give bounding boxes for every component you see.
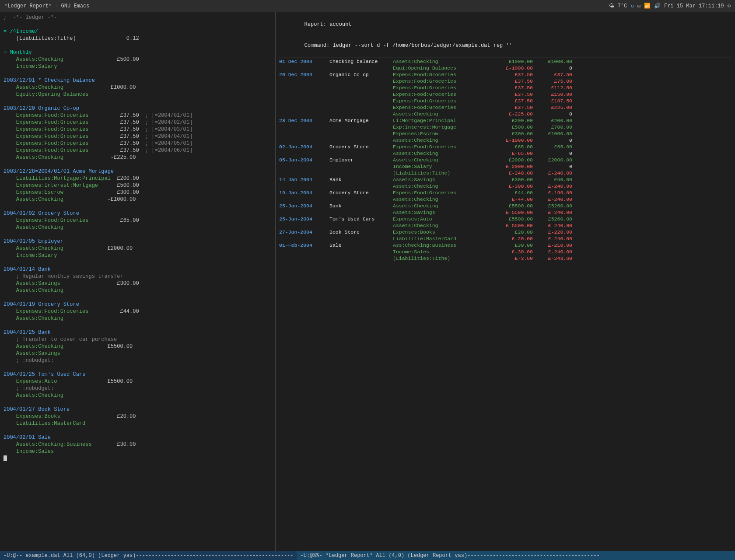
editor-line: Assets:Checking:Business £30.00 <box>4 441 272 448</box>
editor-line: Assets:Checking £5500.00 <box>4 343 272 350</box>
editor-line: 2004/01/25 Bank <box>4 329 272 336</box>
table-row: Assets:Checking £-44.00 £-240.00 <box>279 196 732 203</box>
editor-line: (Liabilities:Tithe) 0.12 <box>4 35 272 42</box>
editor-line <box>4 322 272 329</box>
editor-line: Income:Sales <box>4 448 272 455</box>
editor-line: Expenses:Food:Groceries £65.00 <box>4 217 272 224</box>
titlebar-right: 🌤 7°C ↻ ✉ 📶 🔊 Fri 15 Mar 17:11:19 ⚙ <box>609 3 731 9</box>
editor-line <box>4 455 272 462</box>
table-row: Expens:Food:Groceries £37.50 £75.00 <box>279 78 732 84</box>
report-content: Report: account Command: ledger --sort d… <box>276 12 735 551</box>
titlebar: *Ledger Report* - GNU Emacs 🌤 7°C ↻ ✉ 📶 … <box>0 0 735 12</box>
table-row: 25-Jan-2004 Bank Assets:Checking £5500.0… <box>279 203 732 209</box>
editor-line: Expenses:Food:Groceries £37.50 ; [=2004/… <box>4 119 272 126</box>
editor-line: 2003/12/01 * Checking balance <box>4 77 272 84</box>
editor-pane[interactable]: ; -*- ledger -*- = /^Income/ (Liabilitie… <box>0 12 276 551</box>
editor-line: Expenses:Books £20.00 <box>4 413 272 420</box>
editor-line: Expenses:Food:Groceries £37.50 ; [=2004/… <box>4 133 272 140</box>
editor-content[interactable]: ; -*- ledger -*- = /^Income/ (Liabilitie… <box>0 12 275 551</box>
editor-line: Expenses:Food:Groceries £44.00 <box>4 308 272 315</box>
table-row: Expens:Food:Groceries £37.50 £112.50 <box>279 84 732 91</box>
editor-line: Assets:Checking <box>4 392 272 399</box>
main-area: ; -*- ledger -*- = /^Income/ (Liabilitie… <box>0 12 735 551</box>
editor-line <box>4 259 272 266</box>
editor-line <box>4 21 272 28</box>
editor-line: Liabilities:MasterCard <box>4 420 272 427</box>
report-header-command: Command: ledger --sort d -f /home/borbus… <box>279 35 732 56</box>
table-row: Income:Salary £-2000.00 0 <box>279 163 732 170</box>
editor-line: Equity:Opening Balances <box>4 91 272 98</box>
table-row: 02-Jan-2004 Grocery Store Expens:Food:Gr… <box>279 144 732 150</box>
editor-line: Assets:Checking <box>4 224 272 231</box>
editor-line: Assets:Savings £300.00 <box>4 280 272 287</box>
volume-icon[interactable]: 🔊 <box>654 3 661 9</box>
report-pane: Report: account Command: ledger --sort d… <box>276 12 735 551</box>
editor-line: Assets:Checking -£225.00 <box>4 154 272 161</box>
editor-line: 2004/01/05 Employer <box>4 238 272 245</box>
editor-line: Assets:Checking <box>4 315 272 322</box>
report-divider <box>279 57 732 57</box>
editor-line: Liabilities:Mortgage:Principal £200.00 <box>4 175 272 182</box>
editor-line: Assets:Checking <box>4 287 272 294</box>
editor-line: 2004/02/01 Sale <box>4 434 272 441</box>
table-row: Expens:Food:Groceries £37.50 £187.50 <box>279 98 732 104</box>
editor-line: 2003/12/28=2004/01/01 Acme Mortgage <box>4 168 272 175</box>
editor-line: = /^Income/ <box>4 28 272 35</box>
editor-line <box>4 427 272 434</box>
editor-line: Expenses:Food:Groceries £37.50 ; [=2004/… <box>4 112 272 119</box>
datetime: Fri 15 Mar 17:11:19 <box>664 3 724 9</box>
editor-line: Expenses:Food:Groceries £37.50 ; [=2004/… <box>4 147 272 154</box>
editor-line: Assets:Savings <box>4 350 272 357</box>
refresh-icon[interactable]: ↻ <box>630 3 634 9</box>
settings-icon[interactable]: ⚙ <box>728 3 731 9</box>
table-row: Assets:Checking £-5500.00 £-240.00 <box>279 222 732 229</box>
editor-line <box>4 98 272 105</box>
report-table: 01-Dec-2003 Checking balance Assets:Chec… <box>279 58 732 262</box>
report-header-title: Report: account <box>279 14 732 35</box>
statusbar-right-text: -U:@%%- *Ledger Report* All (4,0) (Ledge… <box>301 553 600 559</box>
table-row: Liabilitie:MasterCard £-20.00 £-240.00 <box>279 235 732 242</box>
editor-line <box>4 399 272 406</box>
editor-line: ~ Monthly <box>4 49 272 56</box>
mail-icon[interactable]: ✉ <box>637 3 640 9</box>
editor-line <box>4 203 272 210</box>
editor-line: ; -*- ledger -*- <box>4 14 272 21</box>
table-row: (Liabilities:Tithe) £-240.00 £-240.00 <box>279 170 732 176</box>
editor-line: Assets:Checking -£1000.00 <box>4 196 272 203</box>
editor-line: 2003/12/20 Organic Co-op <box>4 105 272 112</box>
table-row: Equi:Opening Balances £-1000.00 0 <box>279 65 732 71</box>
editor-line: ; Transfer to cover car purchase <box>4 336 272 343</box>
editor-line <box>4 364 272 371</box>
editor-line: Assets:Checking £500.00 <box>4 56 272 63</box>
table-row: Expenses:Escrow £300.00 £1000.00 <box>279 130 732 137</box>
editor-line: Expenses:Interest:Mortgage £500.00 <box>4 182 272 189</box>
statusbar-left: -U:@-- example.dat All (64,0) (Ledger ya… <box>0 551 297 560</box>
table-row: Expens:Food:Groceries £37.50 £225.00 <box>279 104 732 111</box>
editor-line: Expenses:Auto £5500.00 <box>4 378 272 385</box>
editor-line: 2004/01/25 Tom's Used Cars <box>4 371 272 378</box>
table-row: Expens:Food:Groceries £37.50 £150.00 <box>279 91 732 98</box>
editor-line: Income:Salary <box>4 63 272 70</box>
editor-line: 2004/01/19 Grocery Store <box>4 301 272 308</box>
editor-line: Expenses:Escrow £300.00 <box>4 189 272 196</box>
editor-line <box>4 294 272 301</box>
editor-line <box>4 42 272 49</box>
table-row: 25-Jan-2004 Tom's Used Cars Expenses:Aut… <box>279 216 732 222</box>
editor-line: ; :nobudget: <box>4 385 272 392</box>
editor-line: 2004/01/02 Grocery Store <box>4 210 272 217</box>
editor-line: Assets:Checking £2000.00 <box>4 245 272 252</box>
statusbar: -U:@-- example.dat All (64,0) (Ledger ya… <box>0 551 735 560</box>
weather-icon: 🌤 <box>609 3 614 9</box>
statusbar-left-text: -U:@-- example.dat All (64,0) (Ledger ya… <box>4 553 294 559</box>
table-row: Income:Sales £-30.00 £-240.00 <box>279 248 732 255</box>
editor-line: ; :nobudget: <box>4 357 272 364</box>
table-row: 27-Jan-2004 Book Store Expenses:Books £2… <box>279 229 732 235</box>
editor-line: Expenses:Food:Groceries £37.50 ; [=2004/… <box>4 126 272 133</box>
weather-temp: 7°C <box>618 3 627 9</box>
table-row: 28-Dec-2003 Acme Mortgage Li:Mortgage:Pr… <box>279 117 732 124</box>
editor-line: 2004/01/14 Bank <box>4 266 272 273</box>
table-row: 20-Dec-2003 Organic Co-op Expens:Food:Gr… <box>279 71 732 78</box>
table-row: 05-Jan-2004 Employer Assets:Checking £20… <box>279 157 732 163</box>
editor-line: ; Regular monthly savings transfer <box>4 273 272 280</box>
table-row: 01-Dec-2003 Checking balance Assets:Chec… <box>279 58 732 65</box>
